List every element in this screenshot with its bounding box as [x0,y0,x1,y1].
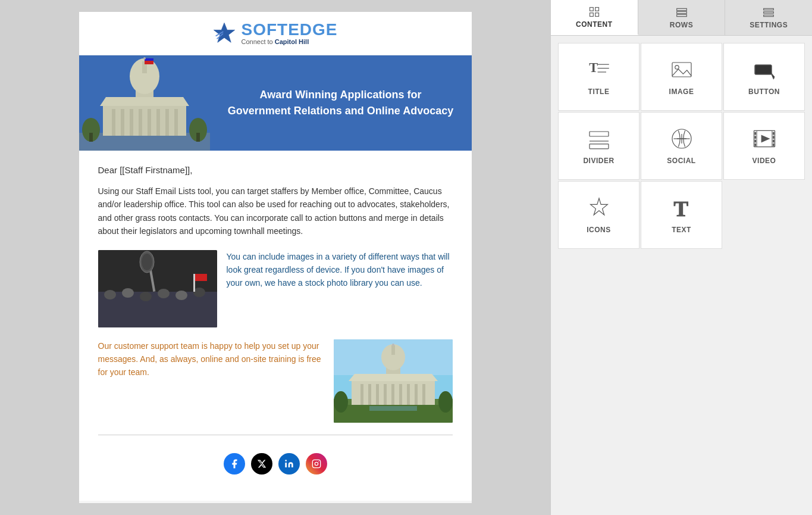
content-tab-label: CONTENT [576,20,613,29]
svg-marker-103 [761,135,769,142]
svg-rect-67 [595,13,598,16]
svg-point-63 [318,461,319,461]
svg-marker-52 [349,374,438,381]
tab-settings[interactable]: SETTINGS [725,0,812,35]
text-icon: T [670,196,694,220]
star-icon [212,21,236,45]
svg-rect-55 [391,345,395,355]
text-image-block: Our customer support team is happy to he… [98,339,453,423]
settings-tab-icon [763,7,775,18]
svg-rect-48 [399,384,402,405]
social-icons-row [98,447,453,486]
linkedin-icon[interactable] [278,453,300,475]
settings-tab-label: SETTINGS [750,21,788,29]
svg-rect-72 [764,11,774,13]
content-grid: T TITLE IMAGE [551,36,812,256]
svg-point-27 [104,290,116,299]
svg-rect-10 [148,109,151,136]
content-item-title[interactable]: T TITLE [558,43,639,111]
content-item-video[interactable]: VIDEO [723,112,805,180]
body-paragraph: Using our Staff Email Lists tool, you ca… [98,185,453,238]
content-item-text[interactable]: T TEXT [641,181,722,249]
svg-rect-51 [422,384,425,405]
svg-marker-14 [100,97,189,106]
svg-rect-96 [755,136,756,138]
svg-rect-23 [89,133,93,142]
logo-brand: SOFTEDGE [241,21,337,38]
tab-content[interactable]: CONTENT [551,0,638,35]
svg-rect-65 [595,7,598,11]
facebook-icon[interactable] [224,453,245,475]
button-icon [753,58,776,82]
panel-tabs: CONTENT ROWS SETTINGS [551,0,812,36]
svg-rect-102 [773,144,774,146]
svg-rect-68 [676,8,686,10]
svg-rect-36 [193,274,195,292]
divider-item-label: DIVIDER [583,157,614,165]
svg-rect-87 [590,144,609,149]
svg-rect-46 [384,384,387,405]
capitol-image [334,339,453,423]
email-body: Dear [[Staff Firstname]], Using our Staf… [79,151,472,501]
support-text: Our customer support team is happy to he… [98,339,324,379]
image-text-block: You can include images in a variety of d… [98,250,453,327]
svg-rect-44 [368,384,371,405]
svg-rect-47 [391,384,394,405]
content-item-button[interactable]: BUTTON [723,43,805,111]
button-item-label: BUTTON [748,88,780,96]
logo-text: SOFTEDGE Connect to Capitol Hill [241,21,337,45]
svg-marker-0 [214,23,235,42]
divider-icon [587,127,611,151]
svg-rect-37 [195,274,207,281]
svg-point-56 [392,344,394,346]
content-item-social[interactable]: SOCIAL [641,112,722,180]
icons-item-label: ICONS [587,226,611,234]
capitol-photo-illustration [334,339,453,423]
icons-icon [587,196,611,220]
mic-audience-illustration [98,250,217,327]
content-item-divider[interactable]: DIVIDER [558,112,639,180]
svg-rect-24 [196,133,200,142]
text-item-label: TEXT [672,226,691,234]
svg-rect-95 [755,133,756,135]
svg-rect-73 [764,15,774,16]
hero-banner: Award Winning Applications for Governmen… [79,55,472,151]
svg-rect-71 [764,8,774,10]
capitol-building-icon [79,55,210,151]
svg-rect-43 [360,384,363,405]
title-icon: T [587,58,611,82]
svg-point-30 [158,289,170,298]
logo-area: SOFTEDGE Connect to Capitol Hill [89,21,462,45]
svg-rect-98 [755,144,756,146]
svg-point-31 [175,291,187,300]
svg-rect-8 [130,109,133,136]
svg-rect-99 [773,133,774,135]
content-item-image[interactable]: IMAGE [641,43,722,111]
tab-rows[interactable]: ROWS [638,0,726,35]
svg-rect-85 [590,132,609,136]
svg-rect-61 [312,460,320,467]
email-divider [98,435,453,435]
svg-rect-69 [676,11,686,13]
image-item-label: IMAGE [669,88,694,96]
content-item-icons[interactable]: ICONS [558,181,639,249]
social-item-label: SOCIAL [667,157,695,165]
svg-point-58 [438,391,453,413]
svg-rect-100 [773,136,774,138]
svg-point-57 [334,391,348,413]
canvas-area: SOFTEDGE Connect to Capitol Hill [0,0,550,515]
video-item-label: VIDEO [753,157,776,165]
svg-point-35 [142,254,152,270]
svg-rect-70 [676,14,686,16]
svg-rect-12 [165,109,169,136]
twitter-x-icon[interactable] [251,453,272,475]
svg-point-79 [675,65,678,69]
svg-rect-50 [415,384,418,405]
svg-point-28 [122,288,134,298]
svg-rect-6 [112,109,115,136]
svg-text:T: T [673,196,688,220]
hero-text: Award Winning Applications for Governmen… [210,75,472,131]
svg-rect-9 [139,109,142,136]
right-panel: CONTENT ROWS SETTINGS T [550,0,812,515]
instagram-icon[interactable] [306,453,327,475]
